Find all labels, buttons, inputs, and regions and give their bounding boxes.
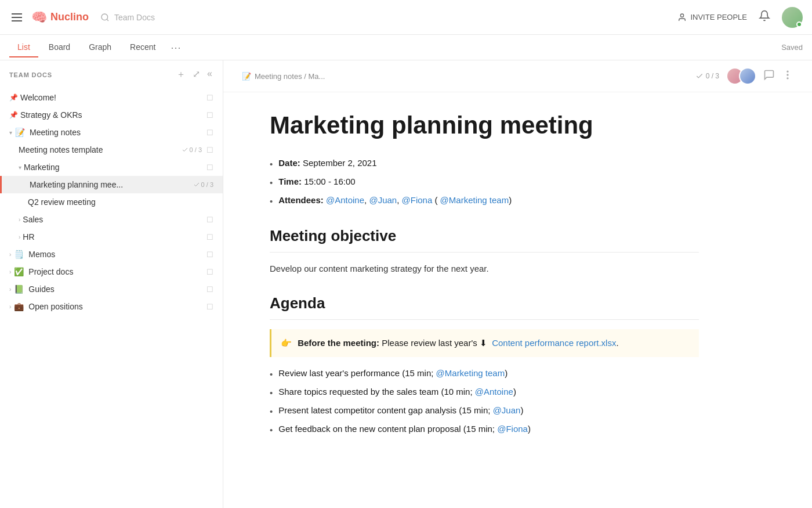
tab-board[interactable]: Board [41,38,78,57]
content-header-right: 0 / 3 [695,67,793,85]
pin-icon: 📌 [9,111,18,119]
callout-bold: Before the meeting: [298,338,379,348]
info-list: Date: September 2, 2021 Time: 15:00 - 16… [270,156,699,208]
document-title: Marketing planning meeting [270,111,699,140]
report-link[interactable]: Content performance report.xlsx [492,338,616,348]
logo-icon: 🧠 [31,10,47,25]
sidebar-item-memos[interactable]: › 🗒️ Memos ☐ [0,246,223,263]
agenda-item-3: Present latest competitor content gap an… [278,403,523,417]
item-checkbox[interactable]: ☐ [206,163,213,172]
item-checkbox[interactable]: ☐ [206,233,213,242]
person-icon [677,13,687,22]
item-checkbox[interactable]: ☐ [206,250,213,259]
collapse-sidebar-button[interactable]: « [206,67,213,82]
sidebar-item-meeting-notes[interactable]: ▾ 📝 Meeting notes ☐ [0,124,223,141]
sidebar-title: TEAM DOCS [9,71,171,78]
comments-button[interactable] [763,69,775,84]
project-docs-icon: ✅ [13,267,24,276]
sidebar-item-welcome[interactable]: 📌 Welcome! ☐ [0,89,223,106]
sidebar-item-sales[interactable]: › Sales ☐ [0,211,223,228]
objective-section: Meeting objective Develop our content ma… [270,227,699,276]
top-nav: 🧠 Nuclino Team Docs INVITE PEOPLE [0,0,812,35]
sidebar-item-meeting-template[interactable]: Meeting notes template 0 / 3 ☐ [0,141,223,158]
tabs-bar: List Board Graph Recent ⋯ Saved [0,35,812,60]
sidebar-item-hr[interactable]: › HR ☐ [0,228,223,246]
check-badge: 0 / 3 [193,181,213,188]
tab-list[interactable]: List [9,38,38,57]
agenda-section: Agenda 👉 Before the meeting: Please revi… [270,294,699,437]
sidebar-item-project-docs[interactable]: › ✅ Project docs ☐ [0,263,223,280]
mention-juan-2[interactable]: @Juan [493,405,521,415]
list-item: Present latest competitor content gap an… [270,403,699,419]
user-avatar[interactable] [782,7,803,28]
agenda-item-1: Review last year's performance (15 min; … [278,366,507,380]
chevron-right-icon: › [19,234,20,240]
mention-marketing-team-2[interactable]: @Marketing team [436,368,505,378]
saved-indicator: Saved [781,43,803,52]
completion-badge: 0 / 3 [695,72,719,80]
callout-block: 👉 Before the meeting: Please review last… [270,329,699,357]
item-checkbox[interactable]: ☐ [206,93,213,102]
svg-point-5 [787,78,788,79]
logo-text: Nuclino [50,11,89,23]
hamburger-menu[interactable] [9,11,24,24]
more-options-button[interactable] [782,69,793,84]
item-checkbox[interactable]: ☐ [206,146,213,154]
item-checkbox[interactable]: ☐ [206,111,213,120]
check-badge: 0 / 3 [182,146,202,153]
mention-juan[interactable]: @Juan [369,195,397,205]
sidebar-item-guides[interactable]: › 📗 Guides ☐ [0,280,223,298]
sidebar-item-label: Welcome! [20,93,202,102]
main-layout: TEAM DOCS ＋ ⤢ « 📌 Welcome! ☐ 📌 Strategy … [0,60,812,508]
add-item-button[interactable]: ＋ [175,67,187,82]
sidebar-item-q2-review[interactable]: Q2 review meeting [0,193,223,211]
invite-people-button[interactable]: INVITE PEOPLE [677,13,747,22]
chevron-right-icon: › [9,304,11,310]
sidebar-item-label: HR [23,232,202,242]
doc-info-section: Date: September 2, 2021 Time: 15:00 - 16… [270,156,699,208]
sidebar-item-label: Q2 review meeting [28,197,213,207]
mention-marketing-team[interactable]: @Marketing team [440,195,509,205]
search-icon [100,13,110,22]
item-checkbox[interactable]: ☐ [206,268,213,276]
sidebar-item-label: Project docs [28,267,202,276]
objective-heading: Meeting objective [270,227,699,245]
sidebar-item-label: Marketing planning mee... [30,180,193,189]
list-item: Share topics requested by the sales team… [270,385,699,400]
sidebar-item-marketing-planning[interactable]: Marketing planning mee... 0 / 3 [0,176,223,193]
tabs-more-button[interactable]: ⋯ [168,39,183,56]
sidebar-item-label: Meeting notes template [19,145,182,154]
mention-fiona[interactable]: @Fiona [402,195,433,205]
item-checkbox[interactable]: ☐ [206,285,213,294]
svg-point-4 [787,74,788,75]
date-label: Date: September 2, 2021 [278,156,376,170]
invite-label: INVITE PEOPLE [690,13,747,21]
tab-graph[interactable]: Graph [81,38,119,57]
folder-icon: 📝 [14,128,25,137]
sidebar-item-marketing[interactable]: ▾ Marketing ☐ [0,158,223,176]
sidebar-item-label: Guides [28,284,202,294]
sidebar-item-strategy[interactable]: 📌 Strategy & OKRs ☐ [0,106,223,124]
search-placeholder: Team Docs [114,13,155,22]
notifications-icon[interactable] [759,10,770,24]
sidebar-item-open-positions[interactable]: › 💼 Open positions ☐ [0,298,223,315]
item-checkbox[interactable]: ☐ [206,215,213,224]
open-positions-icon: 💼 [13,302,24,311]
memos-icon: 🗒️ [13,250,24,259]
mention-antoine-2[interactable]: @Antoine [475,387,513,397]
sidebar-item-label: Marketing [24,163,202,172]
content-header: 📝 Meeting notes / Ma... 0 / 3 [223,60,812,92]
mention-fiona-2[interactable]: @Fiona [497,424,528,434]
svg-point-0 [102,14,108,20]
search-area[interactable]: Team Docs [100,13,155,22]
mention-antoine[interactable]: @Antoine [326,195,364,205]
svg-point-3 [787,71,788,72]
expand-button[interactable]: ⤢ [191,67,201,82]
top-nav-right: INVITE PEOPLE [677,7,803,28]
item-checkbox[interactable]: ☐ [206,128,213,137]
sidebar-header: TEAM DOCS ＋ ⤢ « [0,60,223,89]
tab-recent[interactable]: Recent [122,38,164,57]
guides-icon: 📗 [13,284,24,294]
breadcrumb-text[interactable]: Meeting notes / Ma... [255,72,325,81]
item-checkbox[interactable]: ☐ [206,302,213,311]
